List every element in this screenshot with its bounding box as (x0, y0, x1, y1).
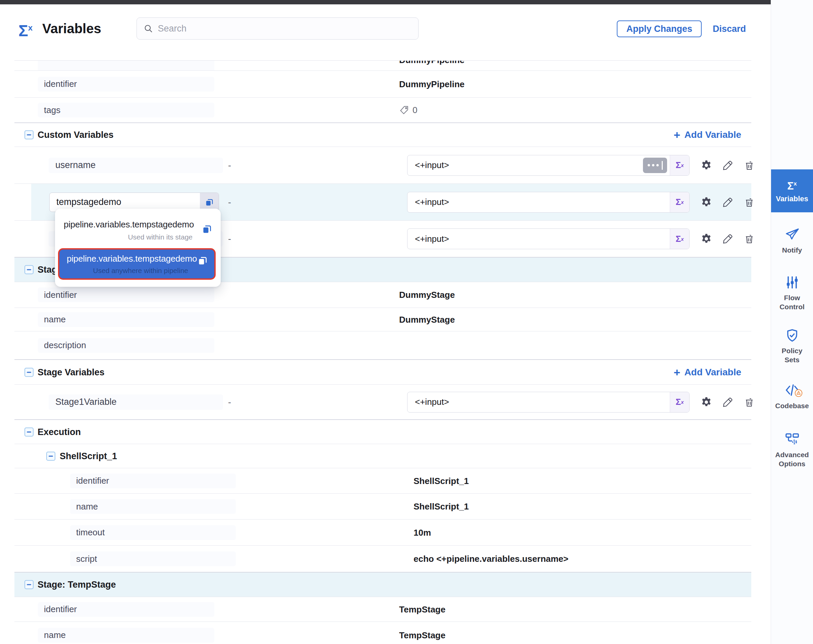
table-row-script: script echo <+pipeline.variables.usernam… (14, 545, 751, 572)
reference-scope: Used within its stage (64, 233, 193, 241)
section-title: Execution (38, 427, 81, 437)
field-value: DummyStage (399, 314, 455, 325)
edit-pencil-button[interactable] (721, 232, 735, 246)
table-row-description: description (14, 331, 751, 359)
section-title: Custom Variables (38, 130, 114, 140)
reference-path: pipeline.variables.tempstagedemo (64, 219, 193, 230)
sigma-x-icon: Σx (787, 178, 797, 191)
copy-icon[interactable] (202, 224, 212, 235)
variable-reference-popover: pipeline.variables.tempstagedemo Used wi… (55, 209, 221, 287)
variables-table: DummyPipeline identifier DummyPipeline t… (14, 60, 751, 644)
edit-pencil-button[interactable] (721, 395, 735, 409)
warning-badge-icon (795, 389, 802, 399)
field-value: TempStage (399, 630, 445, 640)
discard-button[interactable]: Discard (713, 20, 746, 37)
reference-option-stage-scope[interactable]: pipeline.variables.tempstagedemo Used wi… (55, 209, 221, 241)
table-row-timeout: timeout 10m (14, 519, 751, 545)
delete-trash-button[interactable] (742, 195, 757, 210)
field-value: DummyPipeline (399, 60, 465, 64)
window-top-strip (0, 0, 771, 5)
rail-item-label: Codebase (775, 401, 810, 410)
variable-value-input[interactable]: <+input> Σx (407, 228, 690, 249)
table-row-name: name TempStage (14, 621, 751, 644)
table-row-identifier: identifier ShellScript_1 (14, 468, 751, 494)
flowchart-gear-icon (784, 431, 800, 447)
add-variable-button[interactable]: + Add Variable (674, 129, 741, 140)
panel-header: Σx Variables Apply Changes Discard (0, 5, 771, 56)
field-value: ShellScript_1 (414, 501, 469, 512)
variables-sigma-icon: Σx (18, 20, 32, 39)
copy-icon[interactable] (198, 256, 208, 267)
rail-item-label: Variables (776, 195, 808, 203)
expression-toggle-button[interactable]: Σx (670, 155, 689, 175)
field-value: TempStage (399, 604, 445, 615)
delete-trash-button[interactable] (742, 158, 757, 173)
collapse-icon[interactable] (25, 265, 34, 274)
field-value: ShellScript_1 (414, 475, 469, 486)
delete-trash-button[interactable] (742, 232, 757, 246)
edit-pencil-button[interactable] (721, 195, 735, 210)
rail-item-variables[interactable]: Σx Variables (771, 169, 813, 212)
edit-pencil-button[interactable] (721, 158, 735, 173)
field-label: identifier (38, 602, 214, 617)
section-row-shellscript: ShellScript_1 (14, 444, 751, 468)
add-variable-button[interactable]: + Add Variable (674, 367, 741, 378)
field-value: echo <+pipeline.variables.username> (414, 554, 569, 564)
variable-value-input[interactable]: <+input> Σx (407, 192, 690, 213)
expression-toggle-button[interactable]: Σx (670, 229, 689, 249)
variable-value-input[interactable]: <+input> Σx (407, 392, 690, 412)
settings-gear-button[interactable] (699, 195, 714, 210)
field-label: script (70, 551, 236, 566)
settings-gear-button[interactable] (699, 158, 714, 173)
search-box[interactable] (137, 17, 419, 40)
variable-value-input[interactable]: <+input> Σx (407, 155, 690, 176)
variable-name: Stage1Variable (49, 394, 223, 410)
field-label: timeout (70, 525, 236, 540)
variable-name: username (49, 158, 223, 173)
collapse-icon[interactable] (25, 580, 34, 589)
field-value: 10m (414, 527, 431, 538)
search-input[interactable] (158, 23, 411, 34)
field-label: name (70, 499, 236, 514)
rail-item-label: Policy Sets (775, 346, 810, 364)
table-row-identifier: identifier TempStage (14, 597, 751, 621)
reference-scope: Used anywhere within pipeline (67, 267, 188, 275)
variable-row-username: username - <+input> Σx (14, 147, 751, 184)
apply-changes-button[interactable]: Apply Changes (617, 20, 702, 37)
right-rail: Σx Variables Notify Flow Control Policy … (771, 0, 813, 644)
collapse-icon[interactable] (25, 427, 34, 436)
section-row-custom-variables: Custom Variables + Add Variable (14, 123, 751, 147)
plus-icon: + (674, 130, 681, 140)
expression-toggle-button[interactable]: Σx (670, 392, 689, 412)
field-label: identifier (38, 77, 214, 92)
expression-toggle-button[interactable]: Σx (670, 192, 689, 212)
rail-item-label: Flow Control (775, 293, 810, 311)
shield-check-icon (785, 328, 799, 343)
table-row-name: name ShellScript_1 (14, 494, 751, 519)
section-row-stage-tempstage: Stage: TempStage (14, 572, 751, 597)
section-row-execution: Execution (14, 419, 751, 444)
rail-item-label: Advanced Options (775, 450, 810, 468)
settings-gear-button[interactable] (699, 232, 714, 246)
section-title: Stage Variables (38, 367, 105, 377)
settings-gear-button[interactable] (699, 395, 714, 409)
table-row-tags: tags 0 (14, 97, 751, 123)
reference-option-pipeline-scope-selected[interactable]: pipeline.variables.tempstagedemo Used an… (58, 248, 216, 280)
delete-trash-button[interactable] (742, 395, 757, 409)
collapse-icon[interactable] (46, 451, 55, 460)
collapse-icon[interactable] (25, 130, 34, 140)
rail-item-flow-control[interactable]: Flow Control (771, 275, 813, 311)
rail-item-advanced-options[interactable]: Advanced Options (771, 431, 813, 468)
table-row-identifier: identifier DummyPipeline (14, 71, 751, 97)
collapse-icon[interactable] (25, 368, 34, 377)
rail-item-notify[interactable]: Notify (771, 227, 813, 255)
table-row-name: name DummyStage (14, 308, 751, 331)
tag-icon (399, 105, 409, 115)
field-label: identifier (70, 474, 236, 488)
rail-item-codebase[interactable]: Codebase (771, 382, 813, 410)
rail-item-policy-sets[interactable]: Policy Sets (771, 328, 813, 364)
plus-icon: + (674, 368, 681, 377)
section-row-stage-variables: Stage Variables + Add Variable (14, 359, 751, 384)
runtime-input-settings-button[interactable] (643, 158, 667, 173)
tags-value: 0 (399, 105, 417, 115)
